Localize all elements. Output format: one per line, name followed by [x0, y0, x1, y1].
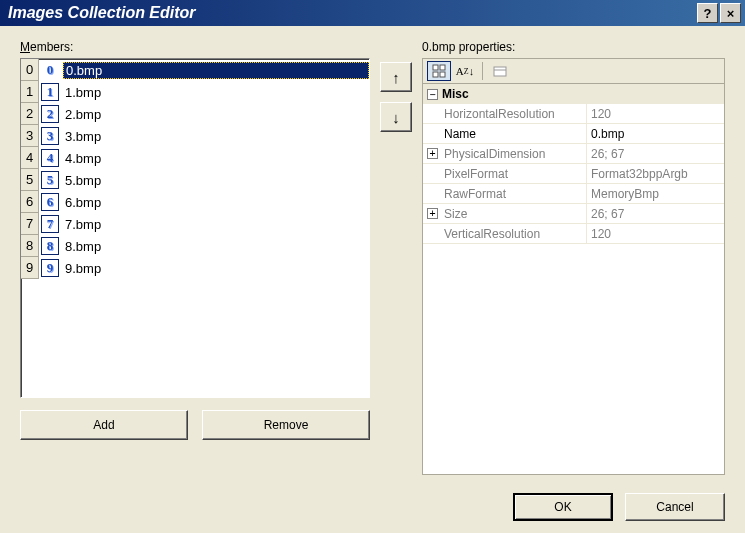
member-row[interactable]: 888.bmp — [21, 235, 369, 257]
collapse-icon[interactable]: − — [427, 89, 438, 100]
bitmap-icon: 9 — [41, 259, 59, 277]
member-label: 8.bmp — [63, 239, 369, 254]
members-label: Members: — [20, 40, 370, 54]
member-index: 2 — [21, 103, 39, 125]
bitmap-icon: 5 — [41, 171, 59, 189]
member-label: 9.bmp — [63, 261, 369, 276]
member-index: 9 — [21, 257, 39, 279]
member-index: 1 — [21, 81, 39, 103]
members-list[interactable]: 000.bmp111.bmp222.bmp333.bmp444.bmp555.b… — [20, 58, 370, 398]
expand-icon[interactable]: + — [427, 148, 438, 159]
property-name: PixelFormat — [442, 164, 587, 183]
cancel-button[interactable]: Cancel — [625, 493, 725, 521]
member-row[interactable]: 222.bmp — [21, 103, 369, 125]
member-row[interactable]: 000.bmp — [21, 59, 369, 81]
member-label: 2.bmp — [63, 107, 369, 122]
svg-rect-1 — [440, 65, 445, 70]
property-grid[interactable]: − Misc HorizontalResolution120Name0.bmp+… — [422, 84, 725, 475]
property-row[interactable]: +Size26; 67 — [423, 204, 724, 224]
svg-rect-4 — [494, 67, 506, 76]
dialog-buttons: OK Cancel — [20, 485, 725, 521]
property-name: Name — [442, 124, 587, 143]
member-label: 7.bmp — [63, 217, 369, 232]
property-toolbar: AZ↓ — [422, 58, 725, 84]
property-row[interactable]: Name0.bmp — [423, 124, 724, 144]
move-down-button[interactable]: ↓ — [380, 102, 412, 132]
member-label: 5.bmp — [63, 173, 369, 188]
member-index: 0 — [21, 59, 39, 81]
member-index: 8 — [21, 235, 39, 257]
property-row[interactable]: HorizontalResolution120 — [423, 104, 724, 124]
member-row[interactable]: 555.bmp — [21, 169, 369, 191]
property-value: 120 — [587, 104, 724, 123]
bitmap-icon: 1 — [41, 83, 59, 101]
property-value: 120 — [587, 224, 724, 243]
svg-rect-3 — [440, 72, 445, 77]
member-row[interactable]: 666.bmp — [21, 191, 369, 213]
member-index: 3 — [21, 125, 39, 147]
property-value: 26; 67 — [587, 204, 724, 223]
property-value: 26; 67 — [587, 144, 724, 163]
bitmap-icon: 4 — [41, 149, 59, 167]
member-label: 1.bmp — [63, 85, 369, 100]
property-value[interactable]: 0.bmp — [587, 124, 724, 143]
titlebar: Images Collection Editor ? × — [0, 0, 745, 26]
member-row[interactable]: 444.bmp — [21, 147, 369, 169]
category-label: Misc — [442, 87, 469, 101]
svg-rect-0 — [433, 65, 438, 70]
member-index: 4 — [21, 147, 39, 169]
member-label: 4.bmp — [63, 151, 369, 166]
property-value: MemoryBmp — [587, 184, 724, 203]
member-row[interactable]: 999.bmp — [21, 257, 369, 279]
bitmap-icon: 7 — [41, 215, 59, 233]
property-name: HorizontalResolution — [442, 104, 587, 123]
property-name: RawFormat — [442, 184, 587, 203]
window-title: Images Collection Editor — [8, 4, 695, 22]
bitmap-icon: 0 — [41, 61, 59, 79]
member-index: 6 — [21, 191, 39, 213]
bitmap-icon: 3 — [41, 127, 59, 145]
member-index: 5 — [21, 169, 39, 191]
expand-icon[interactable]: + — [427, 208, 438, 219]
member-row[interactable]: 777.bmp — [21, 213, 369, 235]
ok-button[interactable]: OK — [513, 493, 613, 521]
property-name: PhysicalDimension — [442, 144, 587, 163]
bitmap-icon: 8 — [41, 237, 59, 255]
member-label: 0.bmp — [63, 62, 369, 79]
member-label: 6.bmp — [63, 195, 369, 210]
properties-label: 0.bmp properties: — [422, 40, 725, 54]
member-index: 7 — [21, 213, 39, 235]
property-value: Format32bppArgb — [587, 164, 724, 183]
property-name: Size — [442, 204, 587, 223]
member-label: 3.bmp — [63, 129, 369, 144]
alphabetical-icon[interactable]: AZ↓ — [453, 61, 477, 81]
properties-panel: 0.bmp properties: AZ↓ − Misc HorizontalR… — [422, 40, 725, 475]
add-button[interactable]: Add — [20, 410, 188, 440]
property-row[interactable]: +PhysicalDimension26; 67 — [423, 144, 724, 164]
remove-button[interactable]: Remove — [202, 410, 370, 440]
category-row[interactable]: − Misc — [423, 84, 724, 104]
member-row[interactable]: 333.bmp — [21, 125, 369, 147]
bitmap-icon: 6 — [41, 193, 59, 211]
property-row[interactable]: PixelFormatFormat32bppArgb — [423, 164, 724, 184]
categorized-icon[interactable] — [427, 61, 451, 81]
members-panel: Members: 000.bmp111.bmp222.bmp333.bmp444… — [20, 40, 370, 475]
property-row[interactable]: VerticalResolution120 — [423, 224, 724, 244]
property-row[interactable]: RawFormatMemoryBmp — [423, 184, 724, 204]
property-name: VerticalResolution — [442, 224, 587, 243]
svg-rect-2 — [433, 72, 438, 77]
bitmap-icon: 2 — [41, 105, 59, 123]
close-button[interactable]: × — [720, 3, 741, 23]
member-row[interactable]: 111.bmp — [21, 81, 369, 103]
move-up-button[interactable]: ↑ — [380, 62, 412, 92]
arrow-column: ↑ ↓ — [380, 40, 412, 475]
property-pages-icon[interactable] — [488, 61, 512, 81]
help-button[interactable]: ? — [697, 3, 718, 23]
